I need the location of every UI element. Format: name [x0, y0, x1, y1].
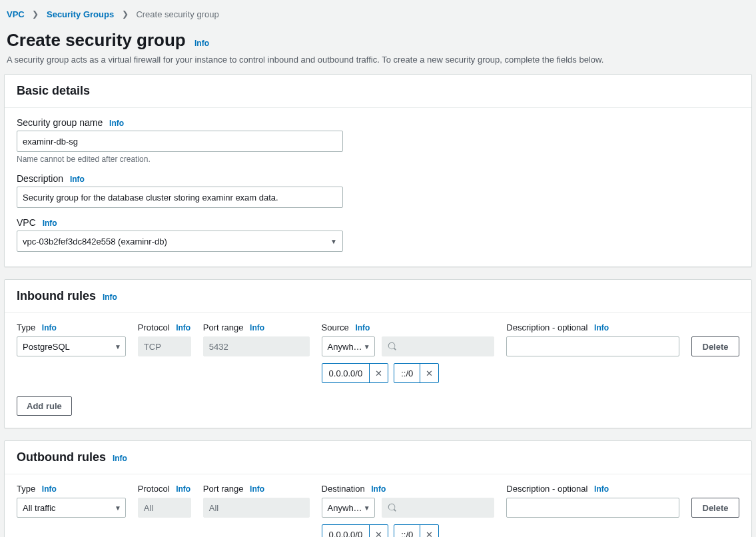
inbound-source-select[interactable]: Anywh… ▼ [322, 336, 375, 356]
caret-down-icon: ▼ [115, 504, 121, 512]
inbound-protocol-value: TCP [138, 336, 191, 356]
outbound-destination-select[interactable]: Anywh… ▼ [322, 498, 375, 518]
sg-name-help: Name cannot be edited after creation. [17, 155, 739, 164]
inbound-rules-panel: Inbound rules Info Type Info PostgreSQL … [4, 279, 752, 428]
sg-desc-input[interactable] [17, 187, 343, 208]
outbound-rules-info-link[interactable]: Info [113, 454, 127, 463]
inbound-type-select[interactable]: PostgreSQL ▼ [17, 336, 126, 356]
inbound-protocol-info-link[interactable]: Info [176, 323, 190, 332]
page-title: Create security group Info [7, 30, 752, 51]
caret-down-icon: ▼ [364, 343, 370, 350]
outbound-destination-label: Destination Info [322, 484, 495, 494]
outbound-type-label: Type Info [17, 484, 126, 494]
inbound-desc-input[interactable] [506, 336, 679, 356]
inbound-port-label: Port range Info [203, 322, 310, 332]
inbound-port-value: 5432 [203, 336, 310, 356]
outbound-protocol-value: All [138, 498, 191, 518]
inbound-port-info-link[interactable]: Info [250, 323, 264, 332]
basic-details-panel: Basic details Security group name Info N… [4, 74, 752, 267]
outbound-destination-chip: 0.0.0.0/0 ✕ [322, 524, 389, 537]
outbound-desc-info-link[interactable]: Info [594, 484, 609, 494]
inbound-source-chip: 0.0.0.0/0 ✕ [322, 363, 389, 383]
inbound-type-label: Type Info [17, 322, 126, 332]
inbound-add-rule-button[interactable]: Add rule [17, 396, 72, 416]
search-icon [388, 342, 397, 351]
outbound-port-info-link[interactable]: Info [250, 484, 264, 494]
page-description: A security group acts as a virtual firew… [7, 55, 752, 65]
outbound-port-label: Port range Info [203, 484, 310, 494]
sg-name-label: Security group name Info [17, 117, 739, 128]
breadcrumb-current: Create security group [136, 9, 218, 19]
search-icon [388, 503, 397, 512]
remove-chip-button[interactable]: ✕ [420, 364, 438, 382]
outbound-type-info-link[interactable]: Info [42, 484, 57, 494]
inbound-type-info-link[interactable]: Info [42, 323, 57, 332]
caret-down-icon: ▼ [115, 343, 121, 350]
outbound-destination-info-link[interactable]: Info [371, 484, 386, 494]
sg-name-input[interactable] [17, 131, 343, 152]
vpc-label: VPC Info [17, 217, 739, 228]
sg-name-info-link[interactable]: Info [109, 119, 124, 128]
remove-chip-button[interactable]: ✕ [420, 525, 438, 537]
inbound-desc-label: Description - optional Info [506, 322, 679, 332]
inbound-delete-button[interactable]: Delete [691, 336, 739, 356]
outbound-protocol-label: Protocol Info [138, 484, 191, 494]
breadcrumb-security-groups[interactable]: Security Groups [47, 9, 114, 19]
outbound-delete-button[interactable]: Delete [691, 498, 739, 518]
inbound-source-label: Source Info [322, 322, 495, 332]
outbound-destination-search[interactable] [382, 498, 495, 518]
outbound-desc-label: Description - optional Info [506, 484, 679, 494]
chevron-right-icon: ❯ [32, 9, 39, 19]
vpc-select[interactable]: vpc-03b2fef3dc842e558 (examinr-db) ▼ [17, 231, 343, 252]
outbound-type-select[interactable]: All traffic ▼ [17, 498, 126, 518]
outbound-desc-input[interactable] [506, 498, 679, 518]
vpc-info-link[interactable]: Info [43, 219, 57, 228]
outbound-protocol-info-link[interactable]: Info [176, 484, 190, 494]
caret-down-icon: ▼ [364, 504, 370, 512]
page-title-info-link[interactable]: Info [194, 39, 209, 48]
inbound-source-chip: ::/0 ✕ [394, 363, 439, 383]
inbound-source-info-link[interactable]: Info [355, 323, 370, 332]
chevron-right-icon: ❯ [122, 9, 129, 19]
sg-desc-info-link[interactable]: Info [70, 175, 85, 184]
outbound-rules-panel: Outbound rules Info Type Info All traffi… [4, 440, 752, 537]
remove-chip-button[interactable]: ✕ [369, 525, 388, 537]
remove-chip-button[interactable]: ✕ [369, 364, 388, 382]
inbound-rules-heading: Inbound rules [17, 289, 96, 302]
sg-desc-label: Description Info [17, 173, 739, 184]
outbound-rules-heading: Outbound rules [17, 450, 106, 464]
breadcrumb-vpc[interactable]: VPC [7, 9, 25, 19]
outbound-port-value: All [203, 498, 310, 518]
inbound-desc-info-link[interactable]: Info [594, 323, 609, 332]
outbound-destination-chip: ::/0 ✕ [394, 524, 439, 537]
inbound-source-search[interactable] [382, 336, 495, 356]
basic-details-heading: Basic details [17, 84, 90, 97]
breadcrumb: VPC ❯ Security Groups ❯ Create security … [4, 3, 752, 23]
inbound-rules-info-link[interactable]: Info [103, 292, 117, 302]
inbound-protocol-label: Protocol Info [138, 322, 191, 332]
caret-down-icon: ▼ [330, 238, 337, 245]
